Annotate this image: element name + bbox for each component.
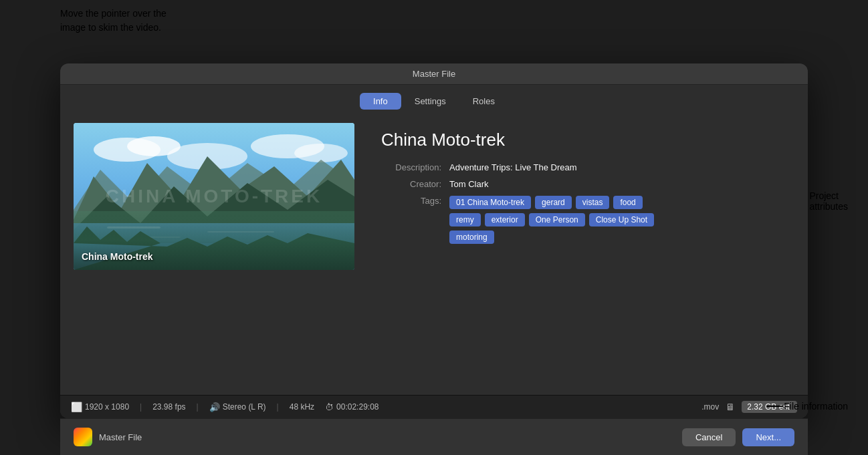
sep2: | [197, 402, 199, 412]
speaker-icon: 🔊 [209, 402, 220, 412]
app-icon [74, 428, 92, 446]
duration-value: 00:02:29:08 [336, 402, 378, 412]
annotation-top: Move the pointer over the image to skim … [60, 7, 167, 35]
statusbar-right: .mov 🖥 2.32 GB est. [701, 401, 797, 413]
cancel-button[interactable]: Cancel [682, 428, 736, 446]
format-value: .mov [701, 402, 719, 412]
tab-roles[interactable]: Roles [459, 93, 508, 110]
fps-value: 23.98 fps [152, 402, 185, 412]
tags-row: Tags: 01 China Moto-trekgerardvistasfood… [381, 196, 781, 244]
sep3: | [277, 402, 279, 412]
tags-label: Tags: [381, 196, 441, 206]
tag-item[interactable]: vistas [576, 196, 610, 209]
tag-item[interactable]: remy [449, 213, 481, 226]
project-title: China Moto-trek [381, 130, 781, 150]
next-button[interactable]: Next... [742, 428, 794, 446]
tag-item[interactable]: exterior [485, 213, 525, 226]
description-row: Description: Adventure Trips: Live The D… [381, 162, 781, 172]
tag-item[interactable]: motoring [449, 231, 494, 244]
svg-rect-11 [207, 231, 274, 233]
clock-icon: ⏱ [325, 402, 334, 412]
dialog-master-file: Master File Info Settings Roles [60, 63, 808, 418]
creator-value: Tom Clark [449, 179, 489, 189]
tag-item[interactable]: 01 China Moto-trek [449, 196, 531, 209]
svg-rect-9 [74, 223, 354, 270]
video-panel: CHINA MOTO-TREK China Moto-trek [74, 123, 354, 388]
monitor-icon: ⬜ [71, 402, 82, 412]
creator-row: Creator: Tom Clark [381, 179, 781, 189]
svg-rect-12 [140, 237, 181, 238]
video-label: China Moto-trek [82, 251, 153, 262]
description-value: Adventure Trips: Live The Dream [449, 162, 577, 172]
info-panel: China Moto-trek Description: Adventure T… [368, 123, 794, 388]
tags-container: 01 China Moto-trekgerardvistasfoodremyex… [449, 196, 677, 244]
dialog-title: Master File [413, 69, 455, 79]
tab-settings[interactable]: Settings [401, 93, 459, 110]
bottombar-buttons: Cancel Next... [682, 428, 794, 446]
sample-rate-value: 48 kHz [290, 402, 314, 412]
duration-item: ⏱ 00:02:29:08 [325, 402, 378, 412]
video-thumbnail[interactable]: CHINA MOTO-TREK China Moto-trek [74, 123, 354, 270]
resolution-item: ⬜ 1920 x 1080 [71, 402, 129, 412]
tag-item[interactable]: One Person [529, 213, 585, 226]
description-label: Description: [381, 162, 441, 172]
creator-label: Creator: [381, 179, 441, 189]
audio-item: 🔊 Stereo (L R) [209, 402, 266, 412]
status-bar: ⬜ 1920 x 1080 | 23.98 fps | 🔊 Stereo (L … [60, 395, 808, 418]
video-watermark: CHINA MOTO-TREK [106, 186, 322, 207]
screen-icon: 🖥 [726, 402, 735, 412]
svg-marker-13 [74, 226, 354, 270]
sep1: | [140, 402, 142, 412]
dialog-titlebar: Master File [60, 63, 808, 85]
tag-item[interactable]: gerard [535, 196, 572, 209]
svg-rect-10 [107, 226, 160, 229]
annotation-project-attributes: Project attributes [809, 190, 848, 212]
audio-value: Stereo (L R) [223, 402, 266, 412]
svg-point-5 [294, 144, 348, 162]
bottom-bar: Master File Cancel Next... [60, 418, 808, 455]
tag-item[interactable]: Close Up Shot [589, 213, 654, 226]
main-content: CHINA MOTO-TREK China Moto-trek China Mo… [60, 116, 808, 395]
annotation-file-information: File information [784, 401, 848, 412]
app-title: Master File [99, 432, 142, 442]
tab-bar: Info Settings Roles [60, 85, 808, 116]
tab-info[interactable]: Info [360, 93, 401, 110]
resolution-value: 1920 x 1080 [85, 402, 129, 412]
tag-item[interactable]: food [613, 196, 642, 209]
annotation-line-bottom [766, 406, 783, 407]
